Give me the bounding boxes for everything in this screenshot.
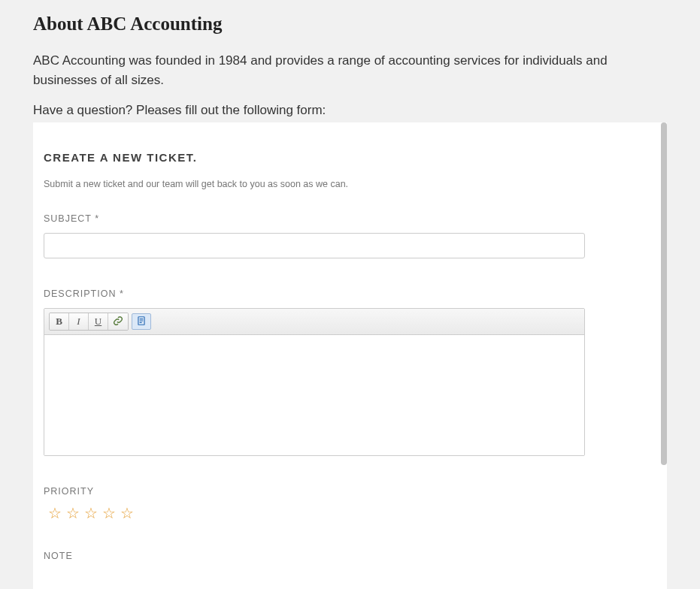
star-4[interactable]: ☆ — [102, 506, 116, 521]
note-label: NOTE — [44, 551, 656, 561]
source-toggle-button[interactable] — [132, 313, 151, 330]
field-description: DESCRIPTION * B I U — [44, 288, 656, 456]
field-subject: SUBJECT * — [44, 213, 656, 258]
ticket-form-panel: CREATE A NEW TICKET. Submit a new ticket… — [33, 122, 667, 589]
form-subtext: Submit a new ticket and our team will ge… — [44, 179, 656, 189]
underline-button[interactable]: U — [89, 313, 108, 330]
italic-button[interactable]: I — [69, 313, 89, 330]
editor-format-group: B I U — [49, 313, 129, 331]
subject-input[interactable] — [44, 233, 585, 258]
priority-stars: ☆ ☆ ☆ ☆ ☆ — [44, 506, 656, 521]
intro-text: ABC Accounting was founded in 1984 and p… — [33, 51, 667, 89]
bold-button[interactable]: B — [50, 313, 69, 330]
page-title: About ABC Accounting — [33, 14, 667, 35]
editor-toolbar: B I U — [44, 309, 584, 335]
star-1[interactable]: ☆ — [48, 506, 62, 521]
star-3[interactable]: ☆ — [84, 506, 98, 521]
description-textarea[interactable] — [44, 335, 584, 455]
field-note: NOTE — [44, 551, 656, 561]
description-label: DESCRIPTION * — [44, 288, 656, 299]
scrollbar[interactable] — [661, 122, 667, 465]
star-2[interactable]: ☆ — [66, 506, 80, 521]
priority-label: PRIORITY — [44, 486, 656, 497]
form-prompt-text: Have a question? Pleases fill out the fo… — [33, 103, 667, 118]
link-icon — [113, 316, 123, 328]
subject-label: SUBJECT * — [44, 213, 656, 224]
star-5[interactable]: ☆ — [120, 506, 134, 521]
rich-text-editor: B I U — [44, 308, 585, 456]
field-priority: PRIORITY ☆ ☆ ☆ ☆ ☆ — [44, 486, 656, 521]
link-button[interactable] — [108, 313, 128, 330]
document-icon — [136, 316, 147, 328]
form-heading: CREATE A NEW TICKET. — [44, 151, 656, 164]
